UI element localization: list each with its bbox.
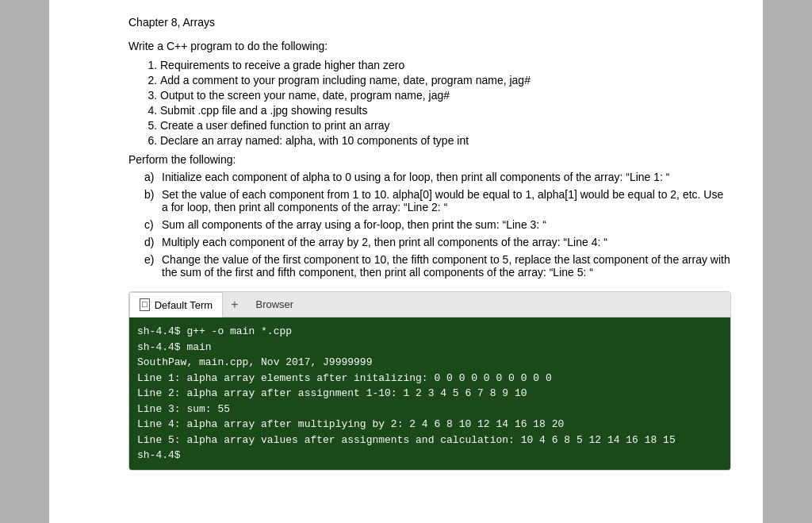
list-item-b: b) Set the value of each component from … [144,188,731,213]
alpha-label-a: a) [144,171,157,183]
chapter-title: Chapter 8, Arrays [128,16,731,29]
alpha-list: a) Initialize each component of alpha to… [128,171,731,279]
alpha-label-b: b) [144,188,157,213]
tab-plus-button[interactable]: + [223,294,246,316]
tab-default-term[interactable]: □ Default Term [129,292,223,317]
terminal-line-0: sh-4.4$ g++ -o main *.cpp [137,324,722,340]
list-item: Output to the screen your name, date, pr… [160,89,731,102]
list-item: Declare an array named: alpha, with 10 c… [160,134,731,147]
list-item-d: d) Multiply each component of the array … [144,236,731,248]
list-item: Requirements to receive a grade higher t… [160,59,731,71]
terminal-container: □ Default Term + Browser sh-4.4$ g++ -o … [128,291,731,471]
terminal-line-4: Line 2: alpha array after assignment 1-1… [137,386,722,402]
tab-browser[interactable]: Browser [246,294,303,314]
terminal-line-5: Line 3: sum: 55 [137,402,722,417]
alpha-content-d: Multiply each component of the array by … [162,236,731,248]
list-item-c: c) Sum all components of the array using… [144,218,731,231]
terminal-tabs: □ Default Term + Browser [129,292,730,317]
terminal-line-7: Line 5: alpha array values after assignm… [137,433,722,448]
list-item-e: e) Change the value of the first compone… [144,253,731,279]
alpha-content-b: Set the value of each component from 1 t… [162,188,731,213]
terminal-line-1: sh-4.4$ main [137,340,722,356]
alpha-label-d: d) [144,236,157,248]
alpha-content-c: Sum all components of the array using a … [162,218,731,231]
alpha-content-e: Change the value of the first component … [162,253,731,279]
terminal-line-6: Line 4: alpha array after multiplying by… [137,417,722,433]
terminal-body: sh-4.4$ g++ -o main *.cpp sh-4.4$ main S… [129,317,730,470]
perform-text: Perform the following: [128,153,731,166]
alpha-content-a: Initialize each component of alpha to 0 … [162,171,731,183]
terminal-line-2: SouthPaw, main.cpp, Nov 2017, J9999999 [137,355,722,371]
alpha-label-c: c) [144,218,157,231]
page-container: Chapter 8, Arrays Write a C++ program to… [49,0,763,523]
list-item-a: a) Initialize each component of alpha to… [144,171,731,183]
terminal-tab-icon: □ [140,298,150,310]
tab-active-label: Default Term [155,299,213,311]
alpha-label-e: e) [144,253,157,279]
numbered-list: Requirements to receive a grade higher t… [128,59,731,147]
terminal-line-3: Line 1: alpha array elements after inita… [137,371,722,386]
list-item: Submit .cpp file and a .jpg showing resu… [160,104,731,117]
terminal-line-8: sh-4.4$ [137,448,722,463]
list-item: Add a comment to your program including … [160,74,731,87]
list-item: Create a user defined function to print … [160,119,731,132]
intro-text: Write a C++ program to do the following: [128,40,731,52]
